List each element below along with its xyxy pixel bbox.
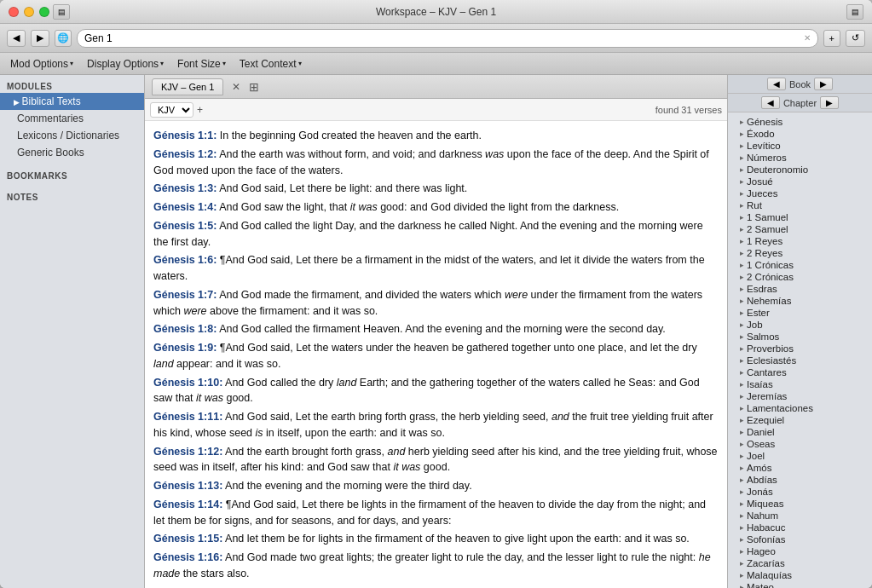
add-module-icon[interactable]: + <box>197 104 203 116</box>
book-list-item[interactable]: 1 Crónicas <box>728 259 872 271</box>
book-list-item[interactable]: Miqueas <box>728 498 872 510</box>
book-list-item[interactable]: Números <box>728 152 872 164</box>
verse-ref: Génesis 1:1: <box>153 130 217 141</box>
book-list-item[interactable]: Amós <box>728 462 872 474</box>
book-list-item[interactable]: Salmos <box>728 331 872 343</box>
notes-section: NOTES <box>0 186 144 207</box>
mod-options-menu[interactable]: Mod Options ▾ <box>3 56 80 72</box>
display-options-menu[interactable]: Display Options ▾ <box>80 56 170 72</box>
chapter-next-button[interactable]: ▶ <box>820 96 839 109</box>
book-list-item[interactable]: Ester <box>728 307 872 319</box>
verse: Génesis 1:1: In the beginning God create… <box>153 128 719 144</box>
globe-icon[interactable]: 🌐 <box>55 30 72 47</box>
book-list-item[interactable]: Rut <box>728 199 872 211</box>
verse-ref: Génesis 1:10: <box>153 377 222 389</box>
book-list-item[interactable]: 2 Crónicas <box>728 271 872 283</box>
book-list-item[interactable]: Habacuc <box>728 522 872 533</box>
book-prev-button[interactable]: ◀ <box>767 78 786 90</box>
book-list-item[interactable]: Sofonías <box>728 533 872 545</box>
verse-text: And God saw the light, that it was good:… <box>217 201 619 213</box>
clear-search-icon[interactable]: ✕ <box>804 33 811 43</box>
verse: Génesis 1:10: And God called the dry lan… <box>153 375 719 407</box>
book-list-item[interactable]: Malaquías <box>728 569 872 581</box>
font-size-menu[interactable]: Font Size ▾ <box>170 56 233 72</box>
book-list-item[interactable]: Jueces <box>728 187 872 199</box>
book-list-item[interactable]: Levítico <box>728 140 872 152</box>
verse: Génesis 1:3: And God said, Let there be … <box>153 181 719 197</box>
book-list-item[interactable]: Hageo <box>728 545 872 557</box>
book-list-item[interactable]: Deuteronomio <box>728 164 872 176</box>
text-context-arrow: ▾ <box>298 60 302 67</box>
book-list-item[interactable]: Génesis <box>728 116 872 128</box>
verse-text: And God made two great lights; the great… <box>153 551 711 579</box>
minimize-button[interactable] <box>24 7 34 17</box>
book-list-item[interactable]: Daniel <box>728 426 872 438</box>
right-panel-toggle[interactable]: ▤ <box>846 4 863 20</box>
tab-bar: KJV – Gen 1 ✕ ⊞ <box>145 75 727 99</box>
verse-ref: Génesis 1:13: <box>153 480 222 492</box>
verse-text: ¶And God said, Let the waters under the … <box>153 342 697 370</box>
sidebar-item-generic-books[interactable]: Generic Books <box>0 144 144 161</box>
verse-ref: Génesis 1:5: <box>153 220 217 232</box>
verse: Génesis 1:14: ¶And God said, Let there b… <box>153 497 719 529</box>
book-list-item[interactable]: Éxodo <box>728 128 872 140</box>
book-list-item[interactable]: Jeremías <box>728 390 872 402</box>
book-list-item[interactable]: 2 Reyes <box>728 247 872 259</box>
next-button[interactable]: ▶ <box>31 30 49 47</box>
display-options-arrow: ▾ <box>160 60 164 67</box>
book-list-item[interactable]: Jonás <box>728 486 872 498</box>
right-panel: ◀ Book ▶ ◀ Chapter ▶ GénesisÉxodoLevític… <box>727 75 872 588</box>
book-list-item[interactable]: Zacarías <box>728 557 872 569</box>
verse-ref: Génesis 1:8: <box>153 323 217 335</box>
sidebar-item-lexicons[interactable]: Lexicons / Dictionaries <box>0 127 144 144</box>
close-button[interactable] <box>9 7 19 17</box>
verse-text: And let them be for lights in the firmam… <box>222 533 690 545</box>
text-context-menu[interactable]: Text Context ▾ <box>233 56 309 72</box>
tab-close-icon[interactable]: ✕ <box>232 81 240 93</box>
book-list-item[interactable]: Eclesiastés <box>728 355 872 366</box>
modules-section: MODULES Biblical Texts Commentaries Lexi… <box>0 75 144 164</box>
book-list-item[interactable]: Job <box>728 319 872 331</box>
book-list-item[interactable]: Proverbios <box>728 343 872 355</box>
search-bar[interactable]: ✕ <box>77 29 818 48</box>
verse-ref: Génesis 1:2: <box>153 148 217 160</box>
add-button[interactable]: + <box>823 30 840 47</box>
book-list-item[interactable]: Nehemías <box>728 295 872 307</box>
book-nav-label: Book <box>789 79 811 89</box>
book-list-item[interactable]: Mateo <box>728 581 872 588</box>
refresh-button[interactable]: ↺ <box>846 30 865 47</box>
book-next-button[interactable]: ▶ <box>814 78 833 90</box>
maximize-button[interactable] <box>39 7 49 17</box>
book-list-item[interactable]: Ezequiel <box>728 414 872 426</box>
book-list-item[interactable]: 1 Reyes <box>728 235 872 247</box>
book-list-item[interactable]: Abdías <box>728 474 872 486</box>
left-panel-toggle[interactable]: ▤ <box>53 4 70 20</box>
tab-kjv-gen1[interactable]: KJV – Gen 1 <box>152 78 223 95</box>
book-list-item[interactable]: Cantares <box>728 366 872 378</box>
book-list-item[interactable]: Lamentaciones <box>728 402 872 414</box>
book-list-item[interactable]: 2 Samuel <box>728 223 872 235</box>
book-list-item[interactable]: Nahum <box>728 510 872 522</box>
book-list-item[interactable]: Joel <box>728 450 872 462</box>
content-area[interactable]: Génesis 1:1: In the beginning God create… <box>145 121 727 588</box>
tab-detach-icon[interactable]: ⊞ <box>249 80 259 94</box>
search-input[interactable] <box>84 32 804 44</box>
verse: Génesis 1:2: And the earth was without f… <box>153 147 719 179</box>
sidebar-item-biblical-texts[interactable]: Biblical Texts <box>0 93 144 110</box>
verse: Génesis 1:7: And God made the firmament,… <box>153 287 719 320</box>
verse-ref: Génesis 1:9: <box>153 342 217 354</box>
verse-ref: Génesis 1:3: <box>153 182 217 194</box>
sidebar-item-commentaries[interactable]: Commentaries <box>0 110 144 127</box>
book-list-item[interactable]: Josué <box>728 176 872 187</box>
book-list-item[interactable]: 1 Samuel <box>728 211 872 223</box>
prev-button[interactable]: ◀ <box>7 30 26 47</box>
book-list-item[interactable]: Esdras <box>728 283 872 295</box>
main-content: MODULES Biblical Texts Commentaries Lexi… <box>0 75 872 588</box>
book-list-item[interactable]: Isaías <box>728 378 872 390</box>
chapter-prev-button[interactable]: ◀ <box>761 96 780 109</box>
chapter-nav-label: Chapter <box>783 98 817 108</box>
verse: Génesis 1:17: And God set them in the fi… <box>153 585 719 589</box>
book-list-item[interactable]: Oseas <box>728 438 872 450</box>
module-select[interactable]: KJV <box>150 102 193 118</box>
verse-ref: Génesis 1:4: <box>153 201 217 213</box>
